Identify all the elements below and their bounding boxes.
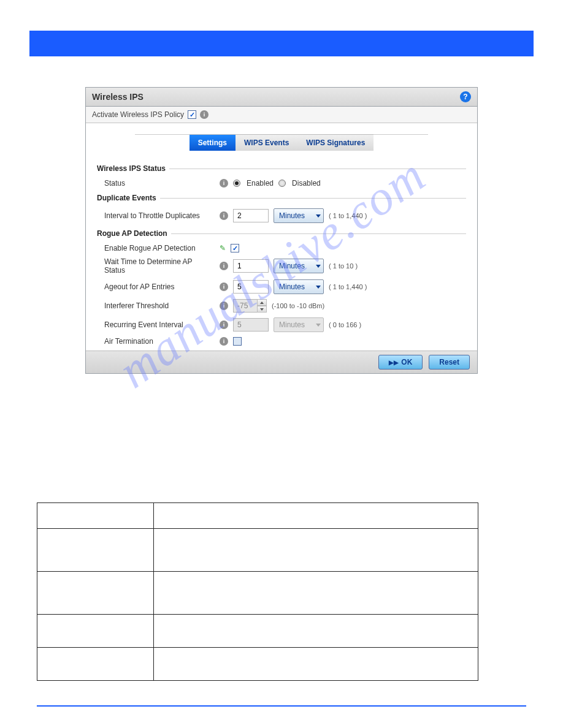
- panel-header: Wireless IPS ?: [86, 88, 477, 107]
- bottom-rule: [37, 705, 526, 707]
- interferer-label: Interferer Threshold: [104, 301, 215, 310]
- spinner-down-icon[interactable]: [257, 306, 267, 313]
- airterm-label: Air Termination: [104, 337, 215, 346]
- wait-time-input[interactable]: [233, 259, 269, 273]
- pencil-icon[interactable]: ✎: [220, 244, 226, 252]
- disabled-label: Disabled: [292, 179, 321, 188]
- airterm-checkbox[interactable]: [233, 337, 242, 346]
- reset-button[interactable]: Reset: [429, 355, 470, 370]
- ageout-row: Ageout for AP Entries i Minutes ( 1 to 1…: [97, 277, 466, 297]
- interferer-row: Interferer Threshold i (-100 to -10 dBm): [97, 297, 466, 315]
- enable-rogue-row: Enable Rogue AP Detection ✎: [97, 241, 466, 255]
- tab-wips-events[interactable]: WIPS Events: [236, 135, 297, 151]
- info-icon[interactable]: i: [220, 262, 228, 270]
- throttle-row: Interval to Throttle Duplicates i Minute…: [97, 206, 466, 226]
- info-icon[interactable]: i: [220, 282, 228, 291]
- activate-policy-label: Activate Wireless IPS Policy: [92, 110, 184, 119]
- airterm-row: Air Termination i: [97, 335, 466, 348]
- throttle-input[interactable]: [233, 209, 269, 222]
- wireless-ips-panel: Wireless IPS ? Activate Wireless IPS Pol…: [85, 87, 478, 374]
- info-icon[interactable]: i: [200, 110, 209, 119]
- doc-table: [37, 502, 478, 681]
- ageout-range: ( 1 to 1,440 ): [329, 283, 367, 290]
- chevron-down-icon: [316, 214, 321, 218]
- wait-time-label: Wait Time to Determine AP Status: [104, 257, 215, 275]
- status-label: Status: [104, 179, 215, 188]
- enable-rogue-checkbox[interactable]: [231, 244, 239, 252]
- interferer-spinner[interactable]: [257, 299, 267, 313]
- panel-footer: ▶▶ OK Reset: [86, 351, 477, 373]
- throttle-label: Interval to Throttle Duplicates: [104, 211, 215, 220]
- info-icon[interactable]: i: [220, 301, 228, 310]
- wait-time-unit-select[interactable]: Minutes: [274, 259, 324, 273]
- info-icon[interactable]: i: [220, 179, 228, 188]
- wait-time-range: ( 1 to 10 ): [329, 262, 358, 270]
- ageout-label: Ageout for AP Entries: [104, 282, 215, 291]
- panel-title: Wireless IPS: [92, 92, 144, 102]
- ageout-input[interactable]: [233, 280, 269, 294]
- chevron-down-icon: [316, 324, 321, 327]
- recurring-range: ( 0 to 166 ): [329, 321, 361, 328]
- status-row: Status i Enabled Disabled: [97, 176, 466, 190]
- ok-button[interactable]: ▶▶ OK: [378, 355, 423, 370]
- enabled-label: Enabled: [247, 179, 274, 188]
- tab-wips-signatures[interactable]: WIPS Signatures: [297, 135, 373, 151]
- tab-settings[interactable]: Settings: [190, 135, 236, 151]
- section-rogue-ap: Rogue AP Detection: [97, 229, 466, 238]
- recurring-row: Recurring Event Interval i Minutes ( 0 t…: [97, 315, 466, 335]
- radio-enabled[interactable]: [233, 180, 240, 187]
- info-icon[interactable]: i: [220, 320, 228, 329]
- settings-content: Wireless IPS Status Status i Enabled Dis…: [86, 154, 477, 351]
- recurring-label: Recurring Event Interval: [104, 320, 215, 329]
- play-icon: ▶▶: [389, 359, 399, 366]
- wait-time-row: Wait Time to Determine AP Status i Minut…: [97, 255, 466, 277]
- recurring-input: [233, 318, 269, 332]
- info-icon[interactable]: i: [220, 211, 228, 220]
- top-banner: [29, 31, 534, 56]
- spinner-up-icon[interactable]: [257, 299, 267, 306]
- info-icon[interactable]: i: [220, 337, 228, 346]
- enable-rogue-label: Enable Rogue AP Detection: [104, 244, 215, 252]
- chevron-down-icon: [316, 286, 321, 289]
- chevron-down-icon: [316, 265, 321, 268]
- recurring-unit-select: Minutes: [274, 317, 324, 332]
- activate-policy-checkbox[interactable]: [188, 110, 196, 119]
- activate-policy-row: Activate Wireless IPS Policy i: [86, 107, 477, 123]
- radio-disabled[interactable]: [278, 180, 286, 187]
- section-wireless-ips-status: Wireless IPS Status: [97, 164, 466, 173]
- tab-bar: Settings WIPS Events WIPS Signatures: [86, 123, 477, 154]
- throttle-unit-select[interactable]: Minutes: [274, 208, 324, 223]
- help-icon[interactable]: ?: [460, 91, 471, 102]
- ageout-unit-select[interactable]: Minutes: [274, 279, 324, 294]
- interferer-input: [233, 299, 258, 313]
- section-duplicate-events: Duplicate Events: [97, 194, 466, 202]
- throttle-range: ( 1 to 1,440 ): [329, 212, 367, 219]
- interferer-range: (-100 to -10 dBm): [272, 302, 324, 309]
